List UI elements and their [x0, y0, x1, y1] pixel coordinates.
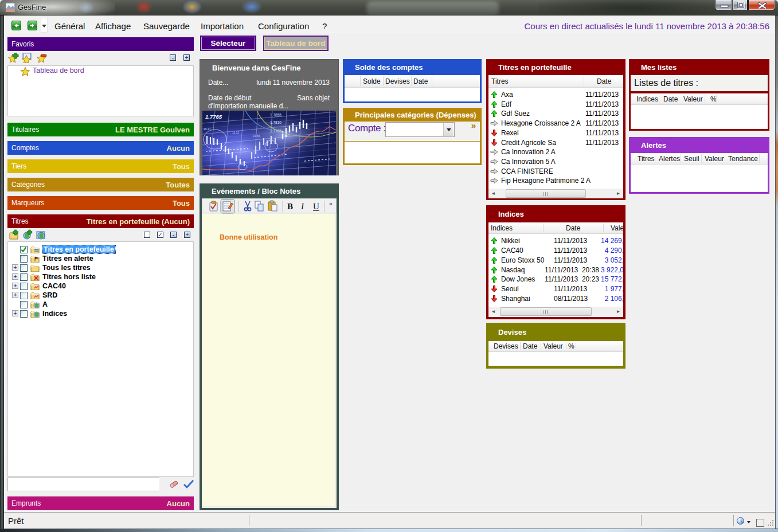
svg-text:11.12: 11.12 — [232, 131, 239, 134]
svg-text:1.7765: 1.7765 — [205, 114, 222, 120]
svg-text:46.47: 46.47 — [204, 127, 211, 131]
svg-text:1.7810: 1.7810 — [270, 120, 282, 124]
svg-text:B: B — [287, 202, 293, 211]
svg-text:I: I — [300, 202, 304, 211]
svg-text:U: U — [313, 202, 319, 211]
svg-text:1.7765: 1.7765 — [270, 129, 282, 133]
svg-text:1.7855: 1.7855 — [270, 113, 282, 117]
svg-text:14.56: 14.56 — [253, 134, 260, 138]
svg-text:»: » — [329, 201, 333, 207]
